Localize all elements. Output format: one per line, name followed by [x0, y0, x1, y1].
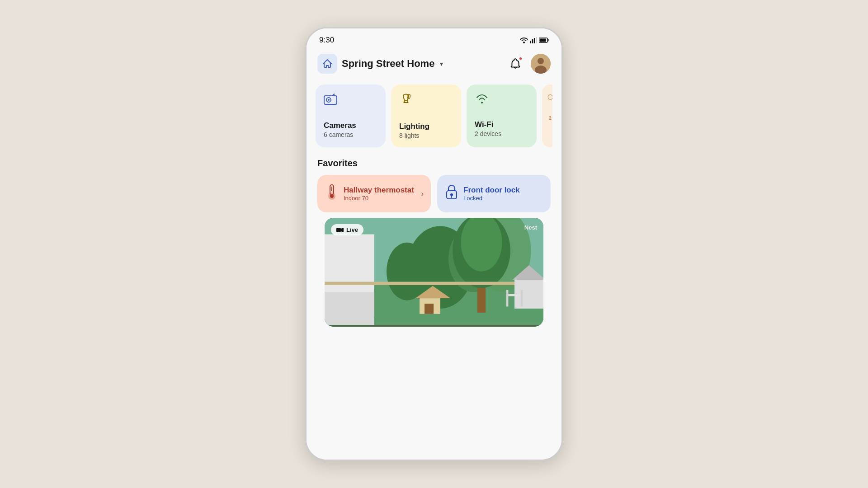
- categories-row: Cameras 6 cameras: [316, 84, 552, 147]
- favorites-section: Favorites Hallway thermostat I: [307, 147, 561, 218]
- thermostat-status: Indoor 70: [344, 195, 423, 202]
- partial-category-card: ◯ 2: [542, 84, 552, 147]
- category-card-lighting[interactable]: Lighting 8 lights: [391, 84, 461, 147]
- favorite-card-lock[interactable]: Front door lock Locked: [437, 175, 551, 212]
- cameras-subtitle: 6 cameras: [324, 131, 377, 138]
- header-right: [506, 54, 551, 74]
- signal-icon: [530, 37, 537, 43]
- notification-dot: [519, 56, 523, 61]
- wifi-card-icon: [475, 94, 528, 108]
- live-camera-icon: [336, 227, 344, 233]
- cameras-text: Cameras 6 cameras: [324, 121, 377, 138]
- svg-rect-4: [536, 37, 538, 43]
- svg-rect-29: [325, 292, 374, 325]
- svg-rect-37: [325, 282, 543, 285]
- header-left[interactable]: Spring Street Home ▾: [317, 54, 443, 74]
- notification-bell-button[interactable]: [506, 55, 524, 73]
- svg-rect-40: [425, 304, 434, 314]
- category-card-cameras[interactable]: Cameras 6 cameras: [316, 84, 386, 147]
- svg-rect-48: [336, 228, 341, 232]
- svg-rect-3: [534, 38, 535, 43]
- wifi-title: Wi-Fi: [475, 120, 528, 129]
- lighting-text: Lighting 8 lights: [399, 122, 453, 139]
- thermostat-icon: [326, 184, 338, 203]
- avatar[interactable]: [531, 54, 551, 74]
- thermostat-text: Hallway thermostat Indoor 70: [344, 186, 423, 202]
- status-bar: 9:30: [307, 28, 561, 48]
- camera-icon: [324, 94, 377, 108]
- dropdown-chevron-icon[interactable]: ▾: [440, 60, 443, 67]
- svg-rect-47: [521, 290, 523, 296]
- live-feed[interactable]: Live Nest: [325, 218, 543, 327]
- favorites-title: Favorites: [317, 158, 551, 169]
- svg-point-0: [523, 42, 525, 43]
- favorite-card-thermostat[interactable]: Hallway thermostat Indoor 70 ›: [317, 175, 431, 212]
- header: Spring Street Home ▾: [307, 48, 561, 81]
- categories-section: Cameras 6 cameras: [307, 81, 561, 147]
- wifi-subtitle: 2 devices: [475, 130, 528, 137]
- home-icon-wrap: [317, 54, 337, 74]
- svg-marker-49: [341, 228, 344, 232]
- svg-point-9: [538, 58, 544, 64]
- home-title: Spring Street Home: [342, 58, 434, 70]
- lock-icon: [445, 184, 458, 203]
- lock-text: Front door lock Locked: [463, 186, 542, 202]
- home-icon: [322, 58, 333, 69]
- favorites-row: Hallway thermostat Indoor 70 ›: [317, 175, 551, 212]
- live-feed-container: Live Nest: [307, 218, 561, 460]
- svg-marker-12: [332, 94, 334, 96]
- wifi-status-icon: [520, 37, 528, 43]
- cameras-title: Cameras: [324, 121, 377, 130]
- svg-rect-2: [532, 39, 533, 43]
- svg-rect-1: [530, 41, 531, 43]
- phone-screen: 9:30: [307, 28, 561, 460]
- svg-rect-46: [506, 290, 509, 296]
- lock-name: Front door lock: [463, 186, 542, 195]
- wifi-text: Wi-Fi 2 devices: [475, 120, 528, 137]
- live-badge: Live: [331, 224, 363, 235]
- svg-point-32: [387, 243, 428, 300]
- status-icons: [520, 37, 549, 43]
- svg-rect-43: [506, 294, 523, 296]
- nest-badge: Nest: [524, 224, 537, 231]
- lock-status: Locked: [463, 195, 542, 202]
- category-card-wifi[interactable]: Wi-Fi 2 devices: [467, 84, 537, 147]
- live-badge-text: Live: [346, 226, 358, 233]
- thermostat-name: Hallway thermostat: [344, 186, 423, 195]
- lighting-title: Lighting: [399, 122, 453, 131]
- svg-point-22: [330, 194, 334, 198]
- phone-frame: 9:30: [305, 27, 563, 461]
- avatar-image: [531, 54, 551, 74]
- lighting-subtitle: 8 lights: [399, 132, 453, 139]
- svg-point-18: [481, 102, 483, 103]
- svg-rect-7: [540, 39, 546, 42]
- lighting-icon: [399, 94, 453, 109]
- svg-point-14: [328, 99, 330, 101]
- svg-rect-6: [548, 39, 549, 42]
- battery-icon: [539, 38, 549, 43]
- thermostat-chevron-icon: ›: [421, 190, 424, 198]
- status-time: 9:30: [319, 36, 334, 45]
